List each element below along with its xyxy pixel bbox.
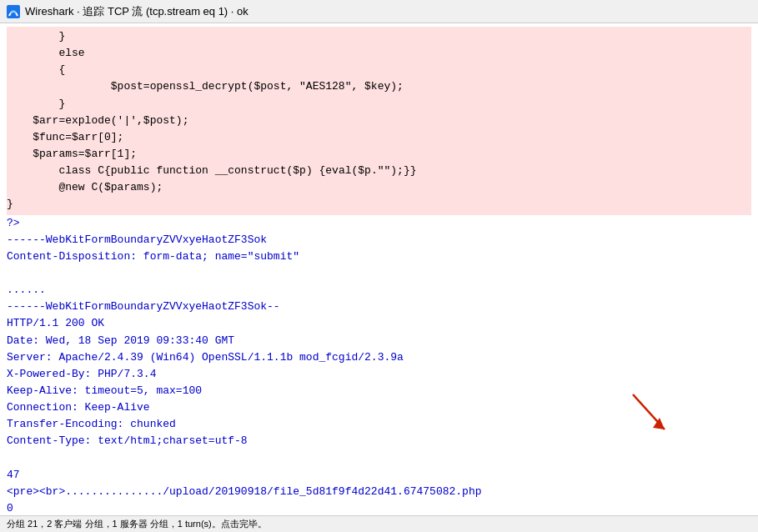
php-code-block: } else { $post=openssl_decrypt($post, "A… (7, 27, 751, 215)
title-bar-text: Wireshark · 追踪 TCP 流 (tcp.stream eq 1) ·… (25, 4, 248, 19)
code-line: Server: Apache/2.4.39 (Win64) OpenSSL/1.… (7, 349, 751, 366)
code-line: $post=openssl_decrypt($post, "AES128", $… (7, 78, 751, 95)
title-bar: Wireshark · 追踪 TCP 流 (tcp.stream eq 1) ·… (0, 0, 758, 23)
code-line: Date: Wed, 18 Sep 2019 09:33:40 GMT (7, 333, 751, 349)
status-text: 分组 21，2 客户端 分组，1 服务器 分组，1 turn(s)。点击完毕。 (7, 518, 267, 530)
code-line: else (7, 45, 751, 62)
code-line: Content-Type: text/html;charset=utf-8 (7, 433, 751, 449)
code-line: 0 (7, 500, 751, 515)
code-line: ...... (7, 282, 751, 299)
content-area: } else { $post=openssl_decrypt($post, "A… (0, 23, 758, 515)
code-line: { (7, 62, 751, 78)
code-line: ------WebKitFormBoundaryZVVxyeHaotZF3Sok… (7, 299, 751, 315)
code-line (7, 450, 751, 467)
code-line: 47 (7, 467, 751, 484)
code-line: HTTP/1.1 200 OK (7, 315, 751, 332)
code-line: class C{public function __construct($p) … (7, 163, 751, 179)
code-line: ?> (7, 215, 751, 232)
code-line: <pre><br>.............../upload/20190918… (7, 484, 751, 500)
http-response-block: ?> ------WebKitFormBoundaryZVVxyeHaotZF3… (7, 215, 751, 515)
code-line: } (7, 28, 751, 45)
code-line: @new C($params); (7, 179, 751, 196)
status-bar: 分组 21，2 客户端 分组，1 服务器 分组，1 turn(s)。点击完毕。 (0, 515, 758, 532)
code-line: $func=$arr[0]; (7, 129, 751, 146)
code-line: Transfer-Encoding: chunked (7, 416, 751, 433)
code-line: Connection: Keep-Alive (7, 399, 751, 416)
code-line: X-Powered-By: PHP/7.3.4 (7, 366, 751, 383)
code-line: Keep-Alive: timeout=5, max=100 (7, 383, 751, 399)
code-line: Content-Disposition: form-data; name="su… (7, 248, 751, 265)
wireshark-icon (7, 5, 20, 18)
code-line: $params=$arr[1]; (7, 146, 751, 163)
code-line: } (7, 196, 751, 213)
code-line: } (7, 96, 751, 113)
code-line: $arr=explode('|',$post); (7, 113, 751, 129)
code-line (7, 265, 751, 282)
code-line: ------WebKitFormBoundaryZVVxyeHaotZF3Sok (7, 232, 751, 248)
